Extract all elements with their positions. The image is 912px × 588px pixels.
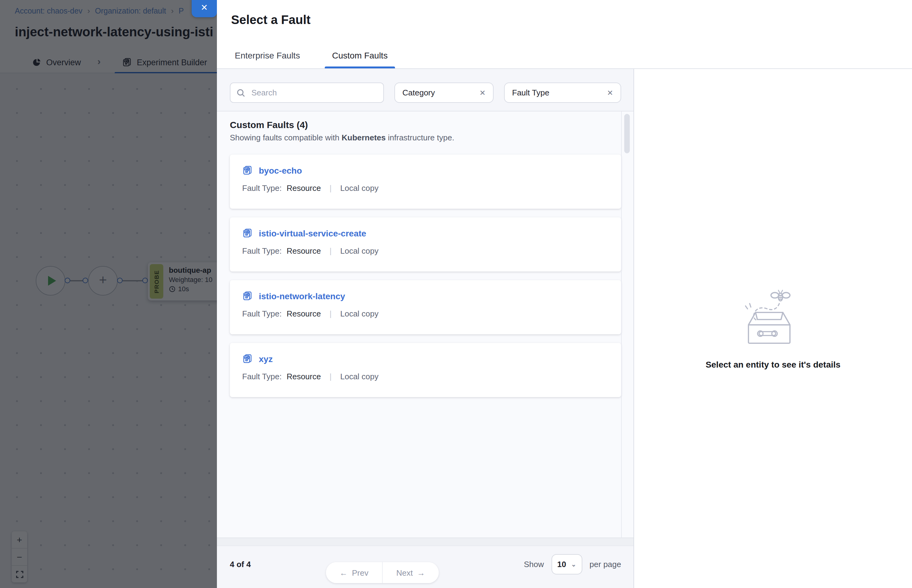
local-copy-label: Local copy [340,372,378,381]
fault-name-link[interactable]: istio-network-latency [259,291,345,301]
fault-card[interactable]: istio-network-latency Fault Type: Resour… [230,280,621,334]
list-scrollbar[interactable] [621,111,633,538]
meta-divider: | [326,246,335,255]
pager: ← Prev Next → [326,562,439,583]
fault-meta: Fault Type: Resource | Local copy [242,309,609,318]
fault-type-label: Fault Type: [242,184,282,193]
local-copy-label: Local copy [340,246,378,255]
drawer-header: Select a Fault Enterprise Faults Custom … [217,0,912,69]
empty-inbox-illustration [737,288,809,349]
drawer-title: Select a Fault [231,13,311,27]
custom-fault-icon [242,165,253,176]
fault-type-label: Fault Type: [242,372,282,381]
drawer-tabs: Enterprise Faults Custom Faults [231,50,391,68]
page-count: 4 of 4 [230,559,251,569]
custom-fault-icon [242,354,253,364]
fault-meta: Fault Type: Resource | Local copy [242,372,609,381]
tab-custom-faults[interactable]: Custom Faults [329,50,392,68]
category-filter-label: Category [402,88,435,97]
fault-name-link[interactable]: byoc-echo [259,165,302,175]
empty-state-text: Select an entity to see it's details [706,359,841,369]
fault-type-label: Fault Type: [242,246,282,255]
fault-type-value: Resource [287,246,321,255]
clear-category-icon[interactable]: ✕ [473,88,486,97]
fault-type-value: Resource [287,372,321,381]
results-heading: Custom Faults (4) [230,119,621,131]
fault-card[interactable]: byoc-echo Fault Type: Resource | Local c… [230,155,621,209]
next-arrow-icon: → [417,568,425,577]
results-bottom-band [217,538,633,546]
local-copy-label: Local copy [340,309,378,318]
fault-list: byoc-echo Fault Type: Resource | Local c… [230,155,621,397]
fault-type-filter[interactable]: Fault Type ✕ [504,82,621,103]
pagination: 4 of 4 ← Prev Next → Show [217,546,633,588]
clear-fault-type-icon[interactable]: ✕ [601,88,613,97]
prev-arrow-icon: ← [340,568,348,577]
search-input[interactable] [250,87,377,98]
fault-name-link[interactable]: istio-virtual-service-create [259,228,366,238]
custom-fault-icon [242,291,253,301]
next-page-button[interactable]: Next → [383,562,439,583]
drawer-content: Category ✕ Fault Type ✕ Custom Faults (4… [217,69,912,588]
show-label: Show [524,559,544,569]
custom-fault-icon [242,228,253,238]
chevron-down-icon: ⌄ [571,561,576,567]
meta-divider: | [326,184,335,193]
meta-divider: | [326,372,335,381]
results-subtitle: Showing faults compatible with Kubernete… [230,132,621,144]
details-panel: Select an entity to see it's details [634,69,912,588]
fault-type-value: Resource [287,309,321,318]
search-icon [237,88,245,97]
local-copy-label: Local copy [340,184,378,193]
fault-meta: Fault Type: Resource | Local copy [242,184,609,193]
fault-card[interactable]: xyz Fault Type: Resource | Local copy [230,343,621,397]
fault-meta: Fault Type: Resource | Local copy [242,246,609,255]
per-page-label: per page [590,559,621,569]
prev-page-button[interactable]: ← Prev [326,562,382,583]
fault-type-value: Resource [287,184,321,193]
fault-type-label: Fault Type: [242,309,282,318]
scrollbar-thumb[interactable] [624,114,630,153]
filter-row: Category ✕ Fault Type ✕ [217,69,633,111]
fault-name-link[interactable]: xyz [259,354,273,363]
tab-enterprise-faults[interactable]: Enterprise Faults [231,50,304,68]
screen: Account: chaos-dev › Organization: defau… [0,0,912,588]
category-filter[interactable]: Category ✕ [394,82,494,103]
fault-results: Custom Faults (4) Showing faults compati… [217,111,633,538]
search-box [230,82,384,103]
select-fault-drawer: Select a Fault Enterprise Faults Custom … [217,0,912,588]
page-size-group: Show 10 ⌄ per page [524,554,621,574]
fault-type-filter-label: Fault Type [512,88,549,97]
fault-list-panel: Category ✕ Fault Type ✕ Custom Faults (4… [217,69,633,588]
meta-divider: | [326,309,335,318]
page-size-select[interactable]: 10 ⌄ [551,554,582,574]
drawer-close-button[interactable]: ✕ [192,0,217,17]
fault-card[interactable]: istio-virtual-service-create Fault Type:… [230,217,621,271]
